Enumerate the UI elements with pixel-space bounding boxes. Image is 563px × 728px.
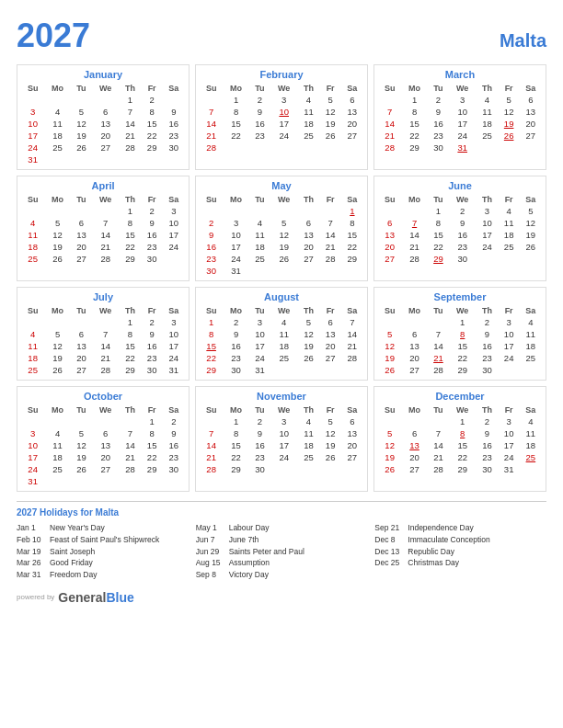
cal-day: 3 xyxy=(476,205,498,217)
cal-day: 6 xyxy=(297,217,319,229)
cal-day: 2 xyxy=(476,415,498,427)
month-block: MarchSuMoTuWeThFrSa123456789101112131415… xyxy=(373,64,546,170)
cal-day: 11 xyxy=(297,427,319,439)
cal-day: 15 xyxy=(119,340,141,352)
footer: powered by GeneralBlue xyxy=(17,590,546,605)
cal-day: 18 xyxy=(476,118,498,130)
weekday-header: Mo xyxy=(44,404,71,415)
cal-day: 25 xyxy=(520,352,542,364)
cal-day: 3 xyxy=(270,94,297,106)
cal-day: 1 xyxy=(223,415,249,427)
cal-day xyxy=(476,142,498,154)
month-title: May xyxy=(200,180,363,191)
holiday-item: Jan 1New Year's Day xyxy=(17,522,189,534)
cal-day xyxy=(378,316,401,328)
calendars-grid: JanuarySuMoTuWeThFrSa1234567891011121314… xyxy=(17,64,546,492)
weekday-header: Th xyxy=(297,404,319,415)
cal-day: 21 xyxy=(200,451,223,463)
cal-day: 22 xyxy=(119,352,141,364)
cal-day: 12 xyxy=(71,118,92,130)
weekday-header: Th xyxy=(476,83,498,94)
cal-day: 18 xyxy=(21,241,44,253)
cal-day: 10 xyxy=(223,229,249,241)
cal-day: 26 xyxy=(320,451,341,463)
holiday-item: Dec 25Christmas Day xyxy=(374,557,546,569)
weekday-header: We xyxy=(449,404,476,415)
cal-day: 4 xyxy=(476,94,498,106)
cal-day xyxy=(92,154,119,165)
cal-day: 9 xyxy=(163,106,185,118)
holiday-name: Saint Joseph xyxy=(50,546,95,558)
cal-day: 14 xyxy=(428,439,449,451)
holiday-item: Jun 7June 7th xyxy=(196,534,368,546)
cal-day: 29 xyxy=(142,463,163,475)
cal-day xyxy=(71,205,92,217)
cal-day: 21 xyxy=(320,241,341,253)
cal-day: 13 xyxy=(520,106,542,118)
cal-day: 15 xyxy=(428,229,449,241)
cal-day: 5 xyxy=(71,106,92,118)
holiday-date: Jan 1 xyxy=(17,522,46,534)
cal-day: 21 xyxy=(428,451,449,463)
cal-day: 7 xyxy=(401,217,428,229)
weekday-header: Su xyxy=(200,194,223,205)
cal-day xyxy=(44,316,71,328)
weekday-header: Tu xyxy=(428,194,449,205)
weekday-header: Mo xyxy=(401,194,428,205)
cal-table: SuMoTuWeThFrSa12345678910111213141516171… xyxy=(378,194,542,265)
cal-day: 23 xyxy=(142,241,163,253)
month-block: JuneSuMoTuWeThFrSa1234567891011121314151… xyxy=(373,176,546,281)
month-title: February xyxy=(200,69,363,80)
cal-day: 24 xyxy=(476,241,498,253)
holiday-item: May 1Labour Day xyxy=(196,522,368,534)
cal-day: 8 xyxy=(223,427,249,439)
cal-day: 16 xyxy=(449,229,476,241)
cal-table: SuMoTuWeThFrSa12345678910111213141516171… xyxy=(378,83,542,154)
cal-day: 26 xyxy=(71,463,92,475)
cal-day: 18 xyxy=(297,118,319,130)
cal-day xyxy=(499,253,520,265)
cal-day: 17 xyxy=(270,118,297,130)
weekday-header: Su xyxy=(21,194,44,205)
cal-day: 23 xyxy=(476,352,498,364)
cal-day: 19 xyxy=(71,130,92,142)
cal-day: 17 xyxy=(21,451,44,463)
cal-day: 14 xyxy=(320,229,341,241)
cal-day: 21 xyxy=(92,241,119,253)
cal-day: 27 xyxy=(92,142,119,154)
country-title: Malta xyxy=(500,30,546,51)
cal-day: 14 xyxy=(200,439,223,451)
cal-day: 23 xyxy=(200,253,223,265)
cal-day xyxy=(401,415,428,427)
weekday-header: Fr xyxy=(142,305,163,316)
cal-day: 25 xyxy=(270,352,297,364)
cal-day: 30 xyxy=(249,463,270,475)
cal-day: 4 xyxy=(520,316,542,328)
cal-day: 29 xyxy=(449,463,476,475)
cal-day: 25 xyxy=(21,253,44,265)
cal-day xyxy=(21,316,44,328)
cal-day: 13 xyxy=(341,106,363,118)
weekday-header: Su xyxy=(21,83,44,94)
cal-day: 26 xyxy=(520,241,542,253)
cal-day xyxy=(341,142,363,154)
cal-day: 19 xyxy=(520,229,542,241)
weekday-header: Tu xyxy=(71,404,92,415)
cal-day: 5 xyxy=(378,328,401,340)
holiday-name: Saints Peter and Paul xyxy=(229,546,304,558)
cal-day xyxy=(320,142,341,154)
cal-day: 4 xyxy=(44,427,71,439)
cal-day: 27 xyxy=(92,463,119,475)
weekday-header: Sa xyxy=(520,194,542,205)
holiday-name: Labour Day xyxy=(229,522,270,534)
cal-day xyxy=(270,205,297,217)
cal-day: 7 xyxy=(341,316,363,328)
month-block: AugustSuMoTuWeThFrSa12345678910111213141… xyxy=(195,287,368,381)
cal-day: 8 xyxy=(142,106,163,118)
weekday-header: Sa xyxy=(520,83,542,94)
cal-day: 11 xyxy=(499,217,520,229)
cal-day: 23 xyxy=(428,130,449,142)
cal-day: 27 xyxy=(341,451,363,463)
cal-day xyxy=(92,475,119,487)
cal-day: 22 xyxy=(119,241,141,253)
